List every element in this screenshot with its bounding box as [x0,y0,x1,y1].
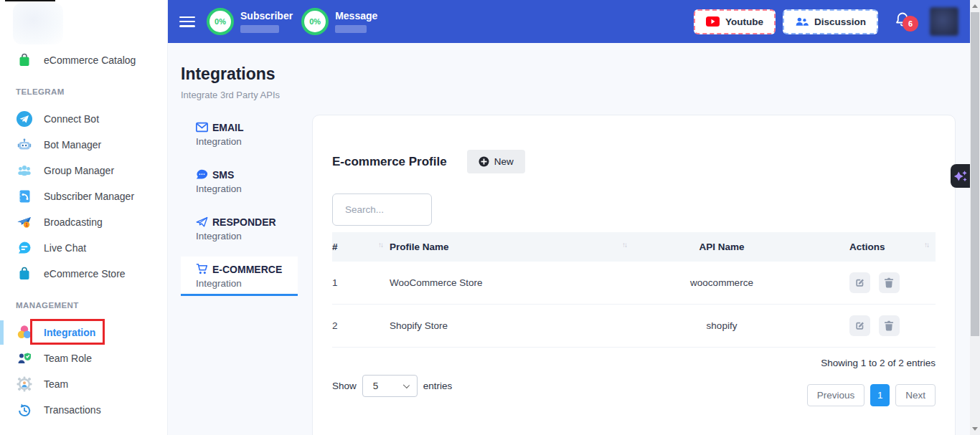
sidebar-item-label: eCommerce Catalog [44,54,136,66]
tab-sms-integration[interactable]: SMS Integration [181,162,298,201]
sidebar-item-label: Transactions [44,404,101,416]
app-logo [13,3,63,44]
scroll-up-arrow[interactable] [972,4,978,8]
tab-responder-integration[interactable]: RESPONDER Integration [181,209,298,249]
trash-icon [884,320,894,331]
next-page-button[interactable]: Next [895,384,936,406]
sidebar-item-label: Subscriber Manager [44,191,134,202]
entries-label: entries [423,381,453,391]
user-avatar[interactable] [930,7,958,36]
logo-redacted-line [5,0,55,1]
edit-pencil-icon [854,277,865,288]
sidebar-item-broadcasting[interactable]: 1 Broadcasting [0,209,167,235]
sidebar-item-live-chat[interactable]: Live Chat [0,235,167,261]
row-number: 1 [332,267,390,299]
api-name-cell: shopify [633,310,810,342]
discussion-people-icon [795,16,809,27]
chevron-down-icon [403,381,410,388]
sidebar: eCommerce Catalog TELEGRAM Connect Bot [0,0,168,435]
column-header-actions[interactable]: Actions ↑↓ [810,232,936,262]
tab-email-integration[interactable]: EMAIL Integration [181,115,298,154]
edit-button[interactable] [849,315,870,336]
main-content: Integrations Integrate 3rd Party APIs EM… [168,43,970,435]
column-header-profile-name[interactable]: Profile Name ↑↓ [390,232,633,262]
pagination: Previous 1 Next [807,384,936,406]
sidebar-item-ecommerce-store[interactable]: eCommerce Store [0,261,167,287]
sidebar-item-subscriber-manager[interactable]: Subscriber Manager [0,183,167,209]
column-header-api-name[interactable]: API Name [633,232,810,262]
redacted-value [240,25,279,33]
plus-circle-icon [479,156,489,167]
app-window: eCommerce Catalog TELEGRAM Connect Bot [0,0,980,435]
sidebar-item-label: Live Chat [44,242,86,254]
active-indicator [0,320,4,345]
tab-ecommerce-integration[interactable]: E-COMMERCE Integration [181,257,298,296]
redacted-value [335,25,367,33]
message-stat: 0% Message [301,8,377,35]
profiles-table: # ↑↓ Profile Name ↑↓ API Name [332,232,936,348]
robot-icon [16,136,33,153]
topbar: 0% Subscriber 0% Message Youtube [168,0,970,43]
show-label: Show [332,381,357,391]
sidebar-item-group-manager[interactable]: Group Manager [0,158,167,183]
cart-icon [196,263,208,275]
edit-button[interactable] [849,272,870,293]
showing-entries-info: Showing 1 to 2 of 2 entries [821,358,936,368]
sidebar-item-transactions[interactable]: Transactions [0,397,167,423]
previous-page-button[interactable]: Previous [807,384,865,406]
page-size-select[interactable]: 5 [362,375,418,397]
edit-pencil-icon [854,320,865,331]
tab-subtitle: Integration [196,231,298,242]
ai-assistant-button[interactable] [951,164,970,188]
notifications-button[interactable]: 6 [894,11,911,33]
shopping-bag-blue-icon [16,265,33,282]
search-input[interactable] [332,193,432,226]
sidebar-item-connect-bot[interactable]: Connect Bot [0,106,167,132]
tab-subtitle: Integration [196,183,298,194]
sidebar-item-label: Integration [44,327,95,338]
sidebar-item-ecommerce-catalog[interactable]: eCommerce Catalog [0,47,167,73]
youtube-button[interactable]: Youtube [694,9,776,34]
profile-name-cell: Shopify Store [390,310,633,342]
contact-book-icon [16,188,33,205]
discussion-button-label: Discussion [814,16,866,27]
tab-title: EMAIL [212,122,244,133]
new-button-label: New [494,156,514,167]
sidebar-item-bot-manager[interactable]: Bot Manager [0,132,167,158]
discussion-button[interactable]: Discussion [783,9,878,34]
new-profile-button[interactable]: New [467,150,525,173]
actions-cell [810,262,936,304]
scrollbar-thumb[interactable] [971,12,979,336]
delete-button[interactable] [879,272,900,293]
scroll-down-arrow[interactable] [972,427,978,431]
delete-button[interactable] [879,315,900,336]
sidebar-item-label: Connect Bot [44,113,99,125]
profile-name-cell: WooCommerce Store [390,267,633,299]
integration-circles-icon [16,324,33,341]
current-page-button[interactable]: 1 [870,384,890,406]
api-name-cell: woocommerce [633,267,810,299]
sidebar-item-label: eCommerce Store [44,268,126,279]
chat-bubble-icon [16,239,33,257]
group-people-icon [16,162,33,179]
actions-cell [810,305,936,347]
notification-count-badge: 6 [903,16,918,32]
message-stat-label: Message [335,10,377,21]
column-header-number[interactable]: # ↑↓ [332,232,390,262]
tab-title: RESPONDER [212,216,276,228]
hamburger-menu-icon[interactable] [179,16,195,27]
sidebar-item-label: Group Manager [44,165,114,176]
tab-subtitle: Integration [196,136,298,147]
table-row: 1 WooCommerce Store woocommerce [332,262,936,305]
panel-heading: E-commerce Profile [332,155,447,169]
page-subtitle: Integrate 3rd Party APIs [181,90,970,100]
sidebar-item-team-role[interactable]: Team Role [0,345,167,371]
integration-subnav: EMAIL Integration SMS Integration [181,115,298,304]
email-icon [196,121,208,133]
sidebar-item-team[interactable]: Team [0,371,167,397]
sidebar-section-telegram: TELEGRAM [0,82,167,102]
youtube-icon [706,16,720,27]
sidebar-item-integration[interactable]: Integration [0,320,167,345]
sort-icon: ↑↓ [924,241,928,249]
message-progress-circle: 0% [301,8,329,35]
